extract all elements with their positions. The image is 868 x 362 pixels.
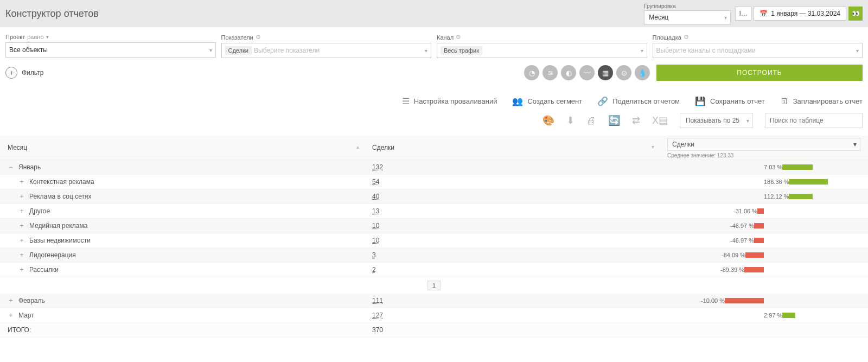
expand-icon[interactable]: + (8, 297, 14, 304)
row-value[interactable]: 40 (372, 193, 379, 200)
expand-icon[interactable]: + (8, 312, 14, 319)
speed-chart-icon[interactable]: ⊙ (616, 65, 631, 80)
table-row: +Контекстная реклама54186.36 % (0, 175, 868, 189)
grouping-label: Группировка (644, 3, 731, 9)
row-value[interactable]: 3 (372, 251, 376, 259)
add-filter-button[interactable]: + Фильтр (5, 67, 43, 79)
bar-positive: 2.97 % (764, 312, 795, 319)
share-icon: 🔗 (597, 96, 608, 106)
toolbar-tools: 🎨 ⬇ 🖨 🔄 ⇄ X▤ Показывать по 25 ▾ (0, 111, 868, 136)
date-range-button[interactable]: 📅 1 января — 31.03.2024 (754, 7, 846, 21)
row-name: Рассылки (29, 266, 59, 274)
topbar: Конструктор отчетов Группировка Месяц ▾ … (0, 0, 868, 27)
row-name: Лидогенерация (29, 251, 76, 259)
row-name: Январь (18, 163, 41, 171)
platform-placeholder: Выберите каналы с площадками (656, 47, 756, 54)
table-row: +Базы недвижимости10-46.97 % (0, 233, 868, 248)
row-value[interactable]: 127 (372, 312, 383, 319)
gear-icon[interactable]: ⚙ (456, 34, 461, 41)
expand-icon[interactable]: − (8, 163, 14, 171)
expand-icon[interactable]: + (18, 193, 25, 200)
settings-icon[interactable]: ⇄ (632, 115, 640, 126)
create-segment-button[interactable]: 👥Создать сегмент (512, 96, 582, 106)
plus-icon: + (5, 67, 17, 79)
excel-icon[interactable]: X▤ (652, 115, 668, 126)
table-row: +Рассылки2-89.39 % (0, 263, 868, 277)
page-number[interactable]: 1 (427, 281, 441, 290)
print-icon[interactable]: 🖨 (586, 115, 596, 126)
layout-toggle-button[interactable]: I… (735, 7, 751, 21)
bar-negative: -46.97 % (730, 223, 764, 229)
chevron-down-icon: ▾ (746, 118, 749, 124)
compare-button[interactable]: 👀 (848, 7, 863, 21)
palette-icon[interactable]: 🎨 (542, 115, 554, 126)
row-value[interactable]: 54 (372, 178, 379, 186)
col-month[interactable]: Месяц▴ (0, 136, 365, 160)
row-value[interactable]: 10 (372, 237, 379, 244)
table-row: +Лидогенерация3-84.09 % (0, 248, 868, 263)
percent-value: -46.97 % (730, 237, 754, 244)
calendar-icon: 📅 (760, 10, 768, 17)
expand-icon[interactable]: + (18, 178, 25, 186)
channel-tag: Весь трафик (441, 46, 482, 55)
build-button[interactable]: ПОСТРОИТЬ (656, 65, 863, 81)
chevron-down-icon: ▾ (209, 47, 212, 53)
gear-icon[interactable]: ⚙ (256, 34, 261, 41)
project-filter: Проект равно ▾ Все объекты ▾ (5, 34, 216, 58)
refresh-icon[interactable]: 🔄 (608, 115, 620, 126)
bar-negative: -31.06 % (733, 208, 764, 214)
metrics-select[interactable]: Сделки Выберите показатели ▾ (221, 43, 432, 58)
save-report-button[interactable]: 💾Сохранить отчет (695, 96, 765, 106)
channel-select[interactable]: Весь трафик ▾ (437, 43, 647, 58)
gear-icon[interactable]: ⚙ (684, 34, 689, 41)
save-icon: 💾 (695, 96, 706, 106)
comparison-metric-select[interactable]: Сделки ▾ (667, 138, 860, 151)
download-icon[interactable]: ⬇ (566, 115, 575, 126)
table-search-input[interactable] (765, 113, 863, 128)
percent-value: -89.39 % (720, 266, 744, 273)
drop-chart-icon[interactable]: 💧 (635, 65, 650, 80)
expand-icon[interactable]: + (18, 251, 25, 259)
table-row: −Январь1327.03 % (0, 160, 868, 175)
expand-icon[interactable]: + (18, 222, 25, 230)
table-chart-icon[interactable]: ▦ (598, 65, 613, 80)
bar-negative: -46.97 % (730, 237, 764, 244)
users-icon: 👥 (512, 96, 523, 106)
platform-select[interactable]: Выберите каналы с площадками ▾ (653, 43, 863, 58)
project-select[interactable]: Все объекты ▾ (5, 42, 216, 58)
gauge-chart-icon[interactable]: ◔ (524, 65, 539, 80)
row-name: Реклама в соц.сетях (29, 193, 91, 200)
grouping-select[interactable]: Месяц ▾ (644, 10, 731, 24)
expand-icon[interactable]: + (18, 207, 25, 215)
row-value[interactable]: 132 (372, 163, 383, 171)
line-chart-icon[interactable]: 〰 (579, 65, 595, 80)
area-chart-icon[interactable]: ≋ (542, 65, 558, 80)
expand-icon[interactable]: + (18, 237, 25, 244)
page-size-select[interactable]: Показывать по 25 ▾ (680, 113, 753, 128)
expand-icon[interactable]: + (18, 266, 25, 274)
chevron-down-icon: ▾ (853, 141, 857, 148)
grouping-value: Месяц (649, 14, 668, 21)
row-value[interactable]: 2 (372, 266, 376, 274)
calendar-icon: 🗓 (780, 97, 789, 106)
totals-row: ИТОГО: 370 (0, 323, 868, 338)
bar-negative: -89.39 % (720, 266, 764, 273)
platform-label: Площадка ⚙ (653, 34, 863, 41)
channel-filter: Канал ⚙ Весь трафик ▾ (437, 34, 647, 58)
toolbar-actions: ☰Настройка проваливаний 👥Создать сегмент… (0, 90, 868, 111)
row-value[interactable]: 10 (372, 222, 379, 230)
platform-filter: Площадка ⚙ Выберите каналы с площадками … (653, 34, 863, 58)
share-report-button[interactable]: 🔗Поделиться отчетом (597, 96, 680, 106)
filters-row: Проект равно ▾ Все объекты ▾ Показатели … (0, 27, 868, 61)
table-row: +Март1272.97 % (0, 308, 868, 323)
row-value[interactable]: 111 (372, 297, 383, 304)
channel-label: Канал ⚙ (437, 34, 647, 41)
col-deals[interactable]: Сделки▾ (365, 136, 660, 160)
pie-chart-icon[interactable]: ◐ (561, 65, 576, 80)
drill-settings-button[interactable]: ☰Настройка проваливаний (402, 96, 497, 106)
schedule-report-button[interactable]: 🗓Запланировать отчет (780, 97, 863, 106)
row-value[interactable]: 13 (372, 207, 379, 215)
bar-negative: -84.09 % (722, 252, 764, 258)
chevron-down-icon[interactable]: ▾ (46, 34, 49, 40)
metrics-tag: Сделки (225, 46, 252, 55)
